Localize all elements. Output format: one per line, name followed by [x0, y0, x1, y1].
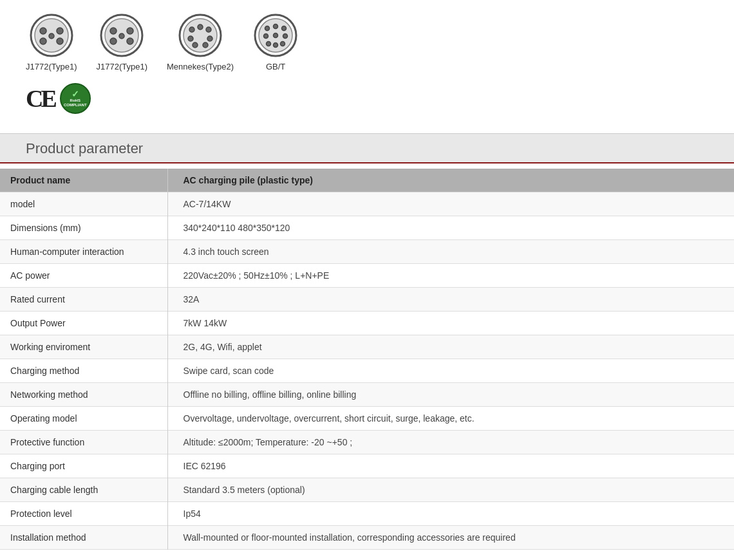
table-row: Charging portIEC 62196 — [0, 454, 734, 478]
table-row: Working enviroment2G, 4G, Wifi, applet — [0, 335, 734, 359]
param-value: AC-7/14KW — [167, 192, 734, 216]
param-label: Protective function — [0, 431, 167, 454]
param-value: Offline no billing, offline billing, onl… — [167, 383, 734, 407]
svg-point-16 — [189, 27, 194, 32]
svg-point-19 — [188, 36, 193, 41]
param-value: Swipe card, scan code — [167, 359, 734, 383]
table-row: modelAC-7/14KW — [0, 192, 734, 216]
table-row: Installation methodWall-mounted or floor… — [0, 526, 734, 550]
connector-j1772-label-1: J1772(Type1) — [26, 62, 77, 71]
connector-j1772-type1-2: J1772(Type1) — [97, 13, 148, 71]
svg-point-2 — [40, 28, 46, 34]
param-value: Ip54 — [167, 502, 734, 526]
table-row: Charging methodSwipe card, scan code — [0, 359, 734, 383]
svg-point-30 — [283, 34, 288, 39]
svg-point-6 — [49, 33, 54, 39]
connector-gbt-label: GB/T — [266, 62, 285, 71]
param-label: Dimensions (mm) — [0, 216, 167, 240]
svg-point-22 — [203, 42, 208, 48]
svg-point-29 — [274, 33, 278, 38]
table-row: Dimensions (mm)340*240*110 480*350*120 — [0, 216, 734, 240]
param-value: Overvoltage, undervoltage, overcurrent, … — [167, 407, 734, 431]
param-label: Rated current — [0, 288, 167, 312]
param-value: 4.3 inch touch screen — [167, 240, 734, 264]
header-col1: Product name — [0, 169, 167, 192]
connector-gbt: GB/T — [253, 13, 298, 71]
svg-point-31 — [267, 42, 271, 46]
table-row: Charging cable lengthStandard 3.5 meters… — [0, 478, 734, 502]
section-header: Product parameter — [0, 133, 734, 163]
svg-point-18 — [206, 27, 211, 32]
svg-point-3 — [57, 28, 63, 34]
connector-row: J1772(Type1) J1772(Type1) — [26, 13, 708, 71]
param-value: IEC 62196 — [167, 454, 734, 478]
ce-logo: CE — [26, 86, 55, 111]
param-label: Charging cable length — [0, 478, 167, 502]
top-section: J1772(Type1) J1772(Type1) — [0, 0, 734, 120]
table-row: Output Power7kW 14kW — [0, 312, 734, 335]
cert-row: CE ✓ RoHSCOMPLIANT — [26, 83, 708, 114]
param-label: Charging method — [0, 359, 167, 383]
svg-point-28 — [264, 34, 268, 39]
param-label: Output Power — [0, 312, 167, 335]
table-row: Protective functionAltitude: ≤2000m; Tem… — [0, 431, 734, 454]
svg-point-12 — [127, 38, 133, 44]
connector-gbt-icon — [253, 13, 298, 58]
connector-j1772-label-2: J1772(Type1) — [97, 62, 148, 71]
param-table: Product name AC charging pile (plastic t… — [0, 169, 734, 550]
param-value: 2G, 4G, Wifi, applet — [167, 335, 734, 359]
param-value: Standard 3.5 meters (optional) — [167, 478, 734, 502]
rohs-text: RoHSCOMPLIANT — [64, 98, 87, 107]
svg-point-10 — [127, 28, 133, 34]
connector-mennekes-icon — [178, 13, 223, 58]
connector-mennekes-label: Mennekes(Type2) — [167, 62, 234, 71]
connector-mennekes: Mennekes(Type2) — [167, 13, 234, 71]
svg-point-25 — [265, 26, 270, 31]
svg-point-11 — [110, 38, 117, 44]
param-label: model — [0, 192, 167, 216]
section-title: Product parameter — [26, 140, 143, 157]
connector-j1772-type1-1: J1772(Type1) — [26, 13, 77, 71]
rohs-badge: ✓ RoHSCOMPLIANT — [60, 83, 91, 114]
param-label: Working enviroment — [0, 335, 167, 359]
connector-j1772-icon-1 — [29, 13, 74, 58]
svg-point-21 — [193, 42, 198, 48]
svg-point-32 — [274, 43, 278, 48]
table-header-row: Product name AC charging pile (plastic t… — [0, 169, 734, 192]
param-label: AC power — [0, 264, 167, 288]
svg-point-20 — [207, 36, 212, 41]
param-value: 340*240*110 480*350*120 — [167, 216, 734, 240]
param-value: 220Vac±20% ; 50Hz±10% ; L+N+PE — [167, 264, 734, 288]
param-label: Operating model — [0, 407, 167, 431]
product-param-section: Product parameter Product name AC chargi… — [0, 133, 734, 550]
param-value: 32A — [167, 288, 734, 312]
svg-point-5 — [57, 38, 63, 44]
table-row: Human-computer interaction4.3 inch touch… — [0, 240, 734, 264]
param-label: Human-computer interaction — [0, 240, 167, 264]
param-value: Wall-mounted or floor-mounted installati… — [167, 526, 734, 550]
svg-point-13 — [119, 33, 124, 39]
table-row: Protection levelIp54 — [0, 502, 734, 526]
param-label: Protection level — [0, 502, 167, 526]
svg-point-26 — [274, 24, 278, 29]
param-label: Networking method — [0, 383, 167, 407]
rohs-check-icon: ✓ — [71, 89, 79, 98]
svg-point-9 — [110, 28, 117, 34]
header-col2: AC charging pile (plastic type) — [167, 169, 734, 192]
connector-j1772-icon-2 — [99, 13, 144, 58]
table-row: Networking methodOffline no billing, off… — [0, 383, 734, 407]
param-value: 7kW 14kW — [167, 312, 734, 335]
svg-point-27 — [282, 26, 287, 31]
param-label: Charging port — [0, 454, 167, 478]
param-label: Installation method — [0, 526, 167, 550]
param-value: Altitude: ≤2000m; Temperature: -20 ~+50 … — [167, 431, 734, 454]
svg-point-33 — [281, 42, 285, 46]
svg-point-17 — [198, 24, 203, 30]
table-row: Operating modelOvervoltage, undervoltage… — [0, 407, 734, 431]
svg-point-15 — [184, 19, 217, 52]
table-row: Rated current32A — [0, 288, 734, 312]
svg-point-4 — [40, 38, 46, 44]
table-row: AC power220Vac±20% ; 50Hz±10% ; L+N+PE — [0, 264, 734, 288]
